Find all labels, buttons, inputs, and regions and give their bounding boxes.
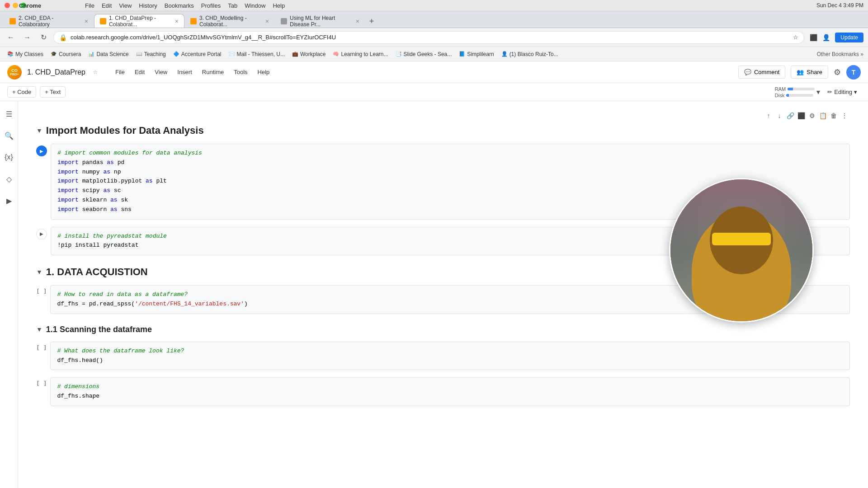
collapse-scanning-icon[interactable]: ▼ (36, 326, 42, 333)
os-menu-bookmarks[interactable]: Bookmarks (165, 2, 194, 9)
share-button[interactable]: 👥 Share (791, 66, 828, 79)
sidebar-variables-icon[interactable]: {x} (2, 150, 16, 164)
menu-tools[interactable]: Tools (229, 67, 252, 77)
os-menu-history[interactable]: History (139, 2, 157, 9)
menu-runtime[interactable]: Runtime (198, 67, 228, 77)
os-menu-view[interactable]: View (119, 2, 132, 9)
tab-bar: 2. CHD_EDA - Colaboratory × 1. CHD_DataP… (0, 11, 868, 28)
link-icon[interactable]: 🔗 (785, 110, 796, 121)
comment-button[interactable]: 💬 Comment (738, 66, 785, 79)
bookmark-my-classes[interactable]: 📚 My Classes (5, 50, 46, 58)
tab-close-eda[interactable]: × (85, 18, 88, 25)
collapse-acquisition-icon[interactable]: ▼ (36, 268, 42, 276)
os-menu-window[interactable]: Window (245, 2, 265, 9)
sidebar-secrets-icon[interactable]: ◇ (2, 172, 16, 186)
reload-button[interactable]: ↻ (37, 31, 50, 44)
cell-content-head[interactable]: # What does the dataframe look like? df_… (50, 342, 850, 371)
star-icon[interactable]: ☆ (93, 69, 98, 75)
close-button[interactable] (5, 3, 10, 8)
more-icon[interactable]: ⋮ (839, 110, 850, 121)
bookmark-teaching[interactable]: 📖 Teaching (133, 50, 169, 58)
add-text-button[interactable]: + Text (40, 86, 66, 98)
kw-import-seaborn: import (57, 206, 79, 213)
bookmark-icon-mail: ✉️ (229, 51, 235, 57)
bookmark-learning[interactable]: 🧠 Learning to Learn... (330, 50, 391, 58)
move-down-icon[interactable]: ↓ (774, 110, 785, 121)
os-menu-bar[interactable]: File Edit View History Bookmarks Profile… (85, 2, 285, 9)
bookmark-workplace[interactable]: 💼 Workplace (289, 50, 328, 58)
scanning-section-title: 1.1 Scanning the dataframe (46, 325, 152, 334)
tab-eda[interactable]: 2. CHD_EDA - Colaboratory × (4, 14, 94, 28)
kw-import-scipy: import (57, 187, 79, 194)
tab-modelling[interactable]: 3. CHD_Modelling - Colaborat... × (184, 14, 275, 28)
other-bookmarks[interactable]: Other Bookmarks » (817, 51, 863, 57)
tab-dataprep[interactable]: 1. CHD_DataPrep - Colaborat... × (94, 14, 184, 28)
extensions-icon[interactable]: ⬛ (808, 32, 819, 43)
bookmark-accenture[interactable]: 🔷 Accenture Portal (170, 50, 224, 58)
back-button[interactable]: ← (5, 31, 17, 44)
left-sidebar: ☰ 🔍 {x} ◇ ▶ (0, 101, 18, 488)
chevron-editing-icon: ▾ (854, 89, 857, 95)
run-button-pip[interactable]: ▶ (36, 229, 47, 239)
tab-close-modelling[interactable]: × (265, 18, 269, 25)
os-menu-profiles[interactable]: Profiles (201, 2, 221, 9)
run-button-imports[interactable]: ▶ (36, 145, 47, 156)
settings-cell-icon[interactable]: ⚙ (807, 110, 817, 121)
bookmark-simplilearn[interactable]: 📘 Simplilearn (456, 50, 496, 58)
sidebar-run-icon[interactable]: ▶ (2, 193, 16, 208)
bookmark-blasco[interactable]: 👤 (1) Blasco Ruiz-To... (499, 50, 561, 58)
sidebar-search-icon[interactable]: 🔍 (2, 128, 16, 143)
user-avatar[interactable]: T (846, 65, 861, 80)
sidebar-toc-icon[interactable]: ☰ (2, 107, 16, 121)
menu-insert[interactable]: Insert (173, 67, 197, 77)
delete-icon[interactable]: 🗑 (828, 110, 839, 121)
tab-close-ml[interactable]: × (356, 18, 359, 25)
menu-file[interactable]: File (111, 67, 129, 77)
browser-toolbar-icons: ⬛ 👤 (808, 32, 831, 43)
bookmark-label-workplace: Workplace (300, 51, 326, 57)
bookmark-coursera[interactable]: 🎓 Coursera (48, 50, 84, 58)
bookmark-slide-geeks[interactable]: 📑 Slide Geeks - Sea... (393, 50, 455, 58)
time-display: Sun Dec 4 3:49 PM (816, 2, 863, 9)
tab-ml[interactable]: Using ML for Heart Disease Pr... × (275, 14, 365, 28)
copy-icon[interactable]: 📋 (817, 110, 828, 121)
menu-edit[interactable]: Edit (130, 67, 149, 77)
os-menu-tab[interactable]: Tab (228, 2, 237, 9)
bookmark-label-blasco: (1) Blasco Ruiz-To... (509, 51, 558, 57)
chevron-down-icon[interactable]: ▾ (816, 88, 820, 96)
add-code-button[interactable]: + Code (7, 86, 36, 98)
settings-icon[interactable]: ⚙ (834, 67, 841, 77)
update-button[interactable]: Update (835, 33, 863, 42)
bookmark-label-coursera: Coursera (59, 51, 81, 57)
ram-info: RAM Disk (775, 86, 815, 98)
forward-button[interactable]: → (21, 31, 33, 44)
move-up-icon[interactable]: ↑ (763, 110, 774, 121)
collapse-import-icon[interactable]: ▼ (36, 127, 42, 134)
os-menu-file[interactable]: File (85, 2, 94, 9)
cell-content-shape[interactable]: # dimensions df_fhs.shape (50, 377, 850, 406)
bookmark-data-science[interactable]: 📊 Data Science (85, 50, 131, 58)
new-tab-button[interactable]: + (365, 15, 378, 28)
shape-call: df_fhs.shape (57, 393, 99, 399)
kw-as-scipy: as (103, 187, 110, 194)
menu-view[interactable]: View (150, 67, 172, 77)
profile-icon[interactable]: 👤 (821, 32, 831, 43)
menu-help[interactable]: Help (253, 67, 274, 77)
bookmark-star-icon[interactable]: ☆ (793, 34, 798, 41)
editing-button[interactable]: ✏ Editing ▾ (824, 87, 861, 97)
minimize-button[interactable] (13, 3, 18, 8)
ram-disk-container: RAM Disk ▾ (775, 86, 820, 98)
os-menu-help[interactable]: Help (273, 2, 285, 9)
closing-paren: ) (244, 300, 248, 307)
colab-app: CO PRO+ 1. CHD_DataPrep ☆ File Edit View… (0, 61, 868, 488)
os-menu-edit[interactable]: Edit (102, 2, 112, 9)
bookmark-label-mail: Mail - Thiessen, U... (237, 51, 285, 57)
tab-close-dataprep[interactable]: × (175, 18, 179, 25)
kw-import-matplotlib: import (57, 178, 79, 184)
cell-options-icon[interactable]: ⬛ (796, 110, 807, 121)
colab-logo[interactable]: CO PRO+ (7, 65, 22, 80)
code-cell-shape: [ ] # dimensions df_fhs.shape (36, 377, 850, 406)
bookmark-mail[interactable]: ✉️ Mail - Thiessen, U... (226, 50, 288, 58)
address-input[interactable]: 🔒 colab.research.google.com/drive/1_UOQg… (53, 31, 804, 44)
alias-matplotlib: plt (156, 178, 166, 184)
